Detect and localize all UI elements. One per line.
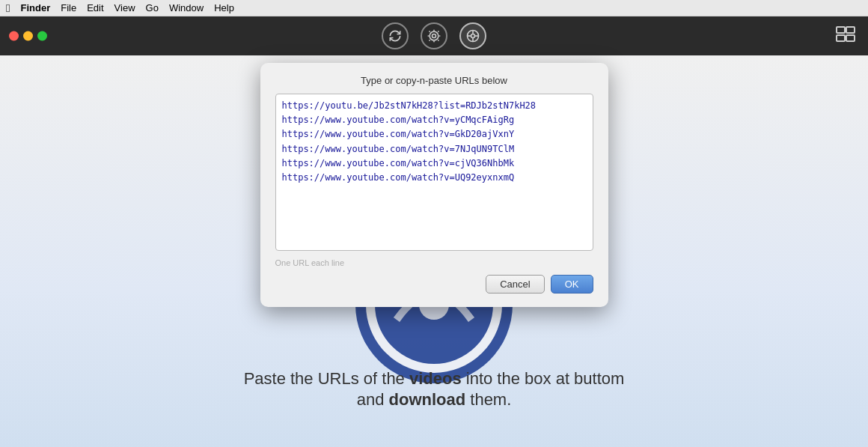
menubar:  Finder File Edit View Go Window Help (0, 0, 868, 16)
apple-menu[interactable]:  (6, 1, 10, 14)
toolbar-icons (382, 22, 486, 49)
main-content: Paste the URLs of the videos into the bo… (0, 55, 868, 447)
minimize-button[interactable] (23, 31, 33, 41)
dialog-overlay: Type or copy-n-paste URLs below One URL … (0, 55, 868, 447)
menu-file[interactable]: File (61, 2, 76, 13)
dialog-buttons: Cancel OK (275, 275, 593, 294)
svg-rect-9 (846, 27, 855, 33)
menu-help[interactable]: Help (214, 2, 234, 13)
menu-finder[interactable]: Finder (20, 2, 50, 13)
url-dialog: Type or copy-n-paste URLs below One URL … (260, 63, 608, 307)
titlebar (0, 16, 868, 55)
dialog-hint: One URL each line (275, 258, 593, 267)
settings-icon-button[interactable] (421, 22, 447, 49)
video-icon-button[interactable] (459, 22, 486, 49)
cancel-button[interactable]: Cancel (486, 275, 544, 294)
svg-rect-10 (837, 35, 845, 41)
svg-rect-11 (846, 35, 855, 41)
corner-icon-button[interactable] (835, 23, 856, 49)
ok-button[interactable]: OK (551, 275, 593, 294)
menu-go[interactable]: Go (146, 2, 159, 13)
url-textarea[interactable] (275, 94, 593, 251)
dialog-title: Type or copy-n-paste URLs below (275, 75, 593, 86)
app-window: Paste the URLs of the videos into the bo… (0, 16, 868, 447)
maximize-button[interactable] (37, 31, 47, 41)
menu-window[interactable]: Window (169, 2, 204, 13)
svg-point-3 (471, 34, 475, 38)
traffic-lights (9, 31, 47, 41)
close-button[interactable] (9, 31, 19, 41)
svg-point-0 (433, 34, 436, 38)
svg-point-1 (430, 31, 438, 40)
refresh-icon-button[interactable] (382, 22, 409, 49)
svg-rect-8 (837, 27, 845, 33)
menu-edit[interactable]: Edit (87, 2, 103, 13)
menu-view[interactable]: View (114, 2, 135, 13)
